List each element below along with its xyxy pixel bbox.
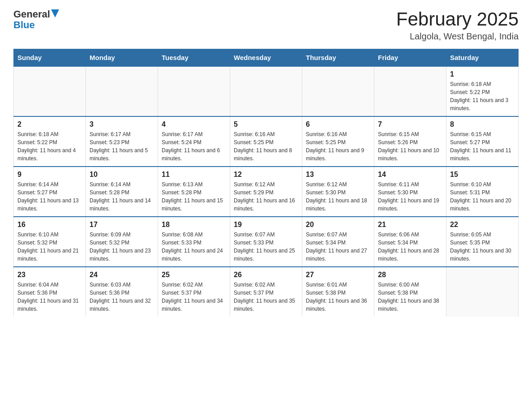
day-header-thursday: Thursday bbox=[302, 49, 374, 67]
calendar-cell: 1Sunrise: 6:18 AMSunset: 5:22 PMDaylight… bbox=[446, 66, 519, 116]
day-number: 16 bbox=[17, 221, 82, 229]
calendar-cell: 5Sunrise: 6:16 AMSunset: 5:25 PMDaylight… bbox=[230, 116, 302, 167]
title-block: February 2025 Lalgola, West Bengal, Indi… bbox=[396, 9, 519, 42]
day-number: 21 bbox=[378, 221, 442, 229]
day-header-sunday: Sunday bbox=[14, 49, 86, 67]
day-headers-row: SundayMondayTuesdayWednesdayThursdayFrid… bbox=[14, 49, 519, 67]
day-number: 27 bbox=[306, 271, 370, 279]
calendar-cell: 4Sunrise: 6:17 AMSunset: 5:24 PMDaylight… bbox=[158, 116, 230, 167]
calendar-cell: 16Sunrise: 6:10 AMSunset: 5:32 PMDayligh… bbox=[14, 217, 86, 267]
calendar-cell: 15Sunrise: 6:10 AMSunset: 5:31 PMDayligh… bbox=[446, 167, 519, 217]
day-number: 26 bbox=[234, 271, 298, 279]
day-number: 15 bbox=[450, 171, 515, 179]
day-header-friday: Friday bbox=[374, 49, 446, 67]
day-number: 20 bbox=[306, 221, 370, 229]
day-number: 25 bbox=[162, 271, 226, 279]
day-header-tuesday: Tuesday bbox=[158, 49, 230, 67]
calendar-cell bbox=[14, 66, 86, 116]
calendar-cell: 11Sunrise: 6:13 AMSunset: 5:28 PMDayligh… bbox=[158, 167, 230, 217]
logo-blue: Blue bbox=[13, 20, 35, 30]
day-number: 9 bbox=[17, 171, 82, 179]
day-header-saturday: Saturday bbox=[446, 49, 519, 67]
day-number: 1 bbox=[450, 70, 515, 78]
calendar-cell: 2Sunrise: 6:18 AMSunset: 5:22 PMDaylight… bbox=[14, 116, 86, 167]
day-header-wednesday: Wednesday bbox=[230, 49, 302, 67]
calendar-header: SundayMondayTuesdayWednesdayThursdayFrid… bbox=[14, 49, 519, 67]
day-number: 14 bbox=[378, 171, 442, 179]
week-row-1: 1Sunrise: 6:18 AMSunset: 5:22 PMDaylight… bbox=[14, 66, 519, 116]
calendar-cell: 8Sunrise: 6:15 AMSunset: 5:27 PMDaylight… bbox=[446, 116, 519, 167]
calendar-cell: 22Sunrise: 6:05 AMSunset: 5:35 PMDayligh… bbox=[446, 217, 519, 267]
day-number: 10 bbox=[90, 171, 154, 179]
day-info: Sunrise: 6:03 AMSunset: 5:36 PMDaylight:… bbox=[90, 281, 154, 313]
day-number: 5 bbox=[234, 120, 298, 128]
calendar-cell: 27Sunrise: 6:01 AMSunset: 5:38 PMDayligh… bbox=[302, 267, 374, 317]
day-number: 6 bbox=[306, 120, 370, 128]
day-info: Sunrise: 6:07 AMSunset: 5:33 PMDaylight:… bbox=[234, 231, 298, 263]
day-info: Sunrise: 6:14 AMSunset: 5:27 PMDaylight:… bbox=[17, 180, 82, 213]
day-info: Sunrise: 6:12 AMSunset: 5:29 PMDaylight:… bbox=[234, 180, 298, 213]
calendar-cell bbox=[86, 66, 158, 116]
day-info: Sunrise: 6:18 AMSunset: 5:22 PMDaylight:… bbox=[450, 80, 515, 112]
day-info: Sunrise: 6:13 AMSunset: 5:28 PMDaylight:… bbox=[162, 180, 226, 213]
page-subtitle: Lalgola, West Bengal, India bbox=[396, 31, 519, 42]
page-title: February 2025 bbox=[396, 9, 519, 30]
calendar-cell: 18Sunrise: 6:08 AMSunset: 5:33 PMDayligh… bbox=[158, 217, 230, 267]
page-header: General Blue February 2025 Lalgola, West… bbox=[13, 9, 519, 42]
day-info: Sunrise: 6:10 AMSunset: 5:32 PMDaylight:… bbox=[17, 231, 82, 263]
calendar-table: SundayMondayTuesdayWednesdayThursdayFrid… bbox=[13, 49, 519, 317]
logo: General Blue bbox=[13, 9, 59, 30]
day-info: Sunrise: 6:14 AMSunset: 5:28 PMDaylight:… bbox=[90, 180, 154, 213]
day-info: Sunrise: 6:07 AMSunset: 5:34 PMDaylight:… bbox=[306, 231, 370, 263]
calendar-cell: 17Sunrise: 6:09 AMSunset: 5:32 PMDayligh… bbox=[86, 217, 158, 267]
day-info: Sunrise: 6:06 AMSunset: 5:34 PMDaylight:… bbox=[378, 231, 442, 263]
logo-general: General bbox=[13, 9, 50, 20]
week-row-5: 23Sunrise: 6:04 AMSunset: 5:36 PMDayligh… bbox=[14, 267, 519, 317]
day-info: Sunrise: 6:10 AMSunset: 5:31 PMDaylight:… bbox=[450, 180, 515, 213]
day-number: 3 bbox=[90, 120, 154, 128]
day-number: 2 bbox=[17, 120, 82, 128]
calendar-cell: 24Sunrise: 6:03 AMSunset: 5:36 PMDayligh… bbox=[86, 267, 158, 317]
day-number: 17 bbox=[90, 221, 154, 229]
day-info: Sunrise: 6:16 AMSunset: 5:25 PMDaylight:… bbox=[234, 130, 298, 163]
calendar-cell bbox=[158, 66, 230, 116]
calendar-cell bbox=[230, 66, 302, 116]
day-info: Sunrise: 6:17 AMSunset: 5:24 PMDaylight:… bbox=[162, 130, 226, 163]
calendar-cell: 10Sunrise: 6:14 AMSunset: 5:28 PMDayligh… bbox=[86, 167, 158, 217]
calendar-cell: 25Sunrise: 6:02 AMSunset: 5:37 PMDayligh… bbox=[158, 267, 230, 317]
calendar-cell: 14Sunrise: 6:11 AMSunset: 5:30 PMDayligh… bbox=[374, 167, 446, 217]
day-number: 28 bbox=[378, 271, 442, 279]
day-info: Sunrise: 6:05 AMSunset: 5:35 PMDaylight:… bbox=[450, 231, 515, 263]
day-number: 24 bbox=[90, 271, 154, 279]
day-number: 22 bbox=[450, 221, 515, 229]
calendar-cell: 6Sunrise: 6:16 AMSunset: 5:25 PMDaylight… bbox=[302, 116, 374, 167]
week-row-4: 16Sunrise: 6:10 AMSunset: 5:32 PMDayligh… bbox=[14, 217, 519, 267]
day-number: 7 bbox=[378, 120, 442, 128]
calendar-cell: 19Sunrise: 6:07 AMSunset: 5:33 PMDayligh… bbox=[230, 217, 302, 267]
week-row-3: 9Sunrise: 6:14 AMSunset: 5:27 PMDaylight… bbox=[14, 167, 519, 217]
calendar-cell bbox=[302, 66, 374, 116]
day-number: 18 bbox=[162, 221, 226, 229]
day-info: Sunrise: 6:17 AMSunset: 5:23 PMDaylight:… bbox=[90, 130, 154, 163]
day-info: Sunrise: 6:12 AMSunset: 5:30 PMDaylight:… bbox=[306, 180, 370, 213]
day-info: Sunrise: 6:09 AMSunset: 5:32 PMDaylight:… bbox=[90, 231, 154, 263]
calendar-cell: 26Sunrise: 6:02 AMSunset: 5:37 PMDayligh… bbox=[230, 267, 302, 317]
day-number: 13 bbox=[306, 171, 370, 179]
calendar-body: 1Sunrise: 6:18 AMSunset: 5:22 PMDaylight… bbox=[14, 66, 519, 317]
calendar-cell: 13Sunrise: 6:12 AMSunset: 5:30 PMDayligh… bbox=[302, 167, 374, 217]
day-number: 4 bbox=[162, 120, 226, 128]
calendar-cell bbox=[446, 267, 519, 317]
day-info: Sunrise: 6:02 AMSunset: 5:37 PMDaylight:… bbox=[162, 281, 226, 313]
day-number: 12 bbox=[234, 171, 298, 179]
calendar-cell: 20Sunrise: 6:07 AMSunset: 5:34 PMDayligh… bbox=[302, 217, 374, 267]
day-info: Sunrise: 6:04 AMSunset: 5:36 PMDaylight:… bbox=[17, 281, 82, 313]
svg-marker-0 bbox=[51, 9, 59, 17]
day-number: 23 bbox=[17, 271, 82, 279]
day-number: 8 bbox=[450, 120, 515, 128]
logo-arrow-icon bbox=[51, 9, 59, 17]
calendar-cell: 7Sunrise: 6:15 AMSunset: 5:26 PMDaylight… bbox=[374, 116, 446, 167]
day-info: Sunrise: 6:16 AMSunset: 5:25 PMDaylight:… bbox=[306, 130, 370, 163]
day-info: Sunrise: 6:00 AMSunset: 5:38 PMDaylight:… bbox=[378, 281, 442, 313]
day-info: Sunrise: 6:15 AMSunset: 5:27 PMDaylight:… bbox=[450, 130, 515, 163]
calendar-cell: 3Sunrise: 6:17 AMSunset: 5:23 PMDaylight… bbox=[86, 116, 158, 167]
